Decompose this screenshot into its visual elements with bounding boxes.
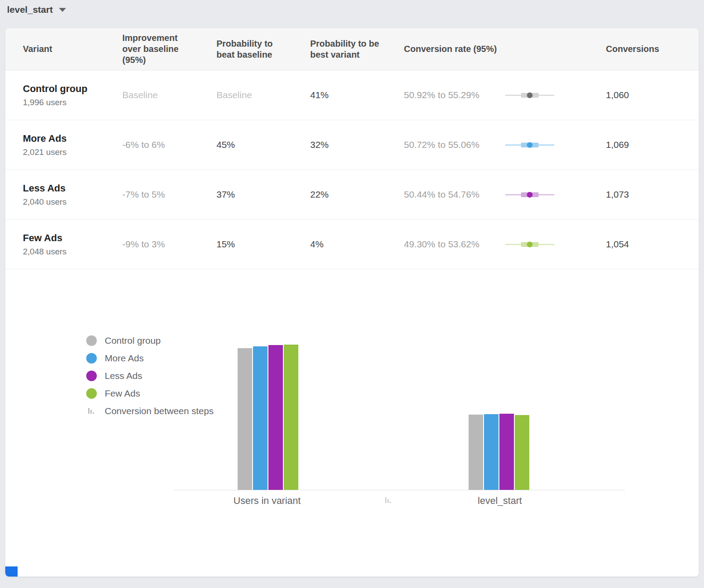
conversion-rate-cell: 50.72% to 55.06%: [404, 140, 606, 150]
prob-best-value: 41%: [310, 90, 404, 100]
column-header-prob-beat: Probability to beat baseline: [216, 38, 296, 60]
bar-group-level-start: [469, 414, 529, 490]
bar-plot: Users in variant level_start: [5, 269, 699, 577]
prob-best-value: 32%: [310, 140, 404, 150]
improvement-value: -6% to 6%: [122, 140, 216, 150]
conversion-rate-text: 50.44% to 54.76%: [404, 189, 492, 200]
variant-cell: Less Ads 2,040 users: [23, 183, 122, 207]
prob-best-value: 22%: [310, 189, 404, 200]
funnel-chart: Control group More Ads Less Ads Few Ads: [5, 269, 699, 577]
event-dropdown-label: level_start: [7, 4, 53, 15]
conversions-value: 1,073: [606, 189, 699, 200]
variant-users: 2,048 users: [23, 247, 122, 257]
variant-cell: Control group 1,996 users: [23, 83, 122, 107]
conversion-rate-text: 50.92% to 55.29%: [404, 90, 492, 100]
prob-best-value: 4%: [310, 239, 404, 250]
variant-users: 2,021 users: [23, 147, 122, 157]
column-header-improvement: Improvement over baseline (95%): [122, 33, 202, 66]
conversion-steps-icon: [385, 496, 392, 506]
column-header-conv-rate: Conversion rate (95%): [404, 44, 606, 55]
conversion-interval-chart: [505, 191, 554, 198]
bar-less-ads: [268, 345, 283, 490]
table-row: Control group 1,996 users Baseline Basel…: [5, 70, 699, 120]
variant-name: Less Ads: [23, 183, 122, 194]
conversion-interval-chart: [505, 92, 554, 99]
column-header-conversions: Conversions: [606, 44, 685, 55]
column-header-prob-best: Probability to be best variant: [310, 38, 389, 60]
bar-few-ads: [284, 345, 298, 490]
improvement-value: -7% to 5%: [122, 189, 216, 200]
conversion-rate-cell: 50.44% to 54.76%: [404, 189, 606, 200]
bar-more-ads: [253, 346, 268, 490]
variant-cell: More Ads 2,021 users: [23, 133, 122, 157]
conversion-rate-text: 50.72% to 55.06%: [404, 140, 492, 150]
conversion-rate-cell: 50.92% to 55.29%: [404, 90, 606, 100]
results-card: Variant Improvement over baseline (95%) …: [5, 28, 699, 577]
event-dropdown[interactable]: level_start: [7, 4, 66, 15]
conversion-rate-cell: 49.30% to 53.62%: [404, 239, 606, 250]
interval-dot: [527, 142, 533, 148]
variant-users: 2,040 users: [23, 197, 122, 207]
conversion-rate-text: 49.30% to 53.62%: [404, 239, 492, 250]
conversion-interval-chart: [505, 241, 554, 248]
table-row: Few Ads 2,048 users -9% to 3% 15% 4% 49.…: [5, 220, 699, 269]
column-header-variant: Variant: [23, 44, 102, 55]
improvement-value: Baseline: [122, 90, 216, 100]
variant-cell: Few Ads 2,048 users: [23, 232, 122, 257]
conversions-value: 1,069: [606, 140, 699, 150]
bar-group-users-in-variant: [238, 345, 298, 490]
interval-dot: [527, 242, 533, 247]
prob-beat-value: Baseline: [216, 90, 310, 100]
conversion-interval-chart: [505, 142, 554, 148]
bar-less-ads: [499, 414, 514, 490]
table-row: More Ads 2,021 users -6% to 6% 45% 32% 5…: [5, 120, 699, 170]
chevron-down-icon: [59, 8, 66, 12]
bar-few-ads: [515, 415, 529, 490]
axis-label-level-start: level_start: [478, 495, 522, 507]
prob-beat-value: 15%: [216, 239, 310, 250]
axis-label-users-in-variant: Users in variant: [234, 495, 301, 507]
conversions-value: 1,060: [606, 90, 699, 100]
x-axis-line: [174, 490, 625, 490]
table-header-row: Variant Improvement over baseline (95%) …: [5, 28, 699, 70]
prob-beat-value: 45%: [216, 140, 310, 150]
table-row: Less Ads 2,040 users -7% to 5% 37% 22% 5…: [5, 170, 699, 220]
variant-name: More Ads: [23, 133, 122, 144]
improvement-value: -9% to 3%: [122, 239, 216, 250]
variant-name: Control group: [23, 83, 122, 95]
variant-users: 1,996 users: [23, 98, 122, 107]
snackbar-corner: [5, 566, 18, 577]
prob-beat-value: 37%: [216, 189, 310, 200]
interval-dot: [527, 92, 533, 98]
variant-name: Few Ads: [23, 232, 122, 244]
conversions-value: 1,054: [606, 239, 699, 250]
bar-control-group: [469, 415, 483, 490]
bar-more-ads: [484, 414, 499, 490]
bar-control-group: [238, 348, 252, 490]
interval-dot: [527, 192, 533, 198]
